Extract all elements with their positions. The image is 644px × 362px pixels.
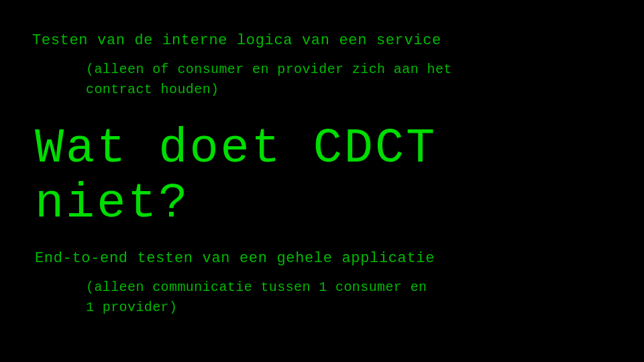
bottom-line: End-to-end testen van een gehele applica… [35, 250, 612, 267]
sub-top-line1: (alleen of consumer en provider zich aan… [86, 60, 612, 80]
sub-bottom-line1: (alleen communicatie tussen 1 consumer e… [86, 278, 612, 298]
main-heading: Wat doet CDCT niet? [35, 121, 612, 231]
top-line: Testen van de interne logica van een ser… [32, 32, 612, 49]
sub-bottom-line2: 1 provider) [86, 298, 612, 318]
sub-block-bottom: (alleen communicatie tussen 1 consumer e… [86, 278, 612, 318]
sub-top-line2: contract houden) [86, 80, 612, 100]
sub-block-top: (alleen of consumer en provider zich aan… [86, 60, 612, 100]
slide: Testen van de interne logica van een ser… [0, 0, 644, 362]
